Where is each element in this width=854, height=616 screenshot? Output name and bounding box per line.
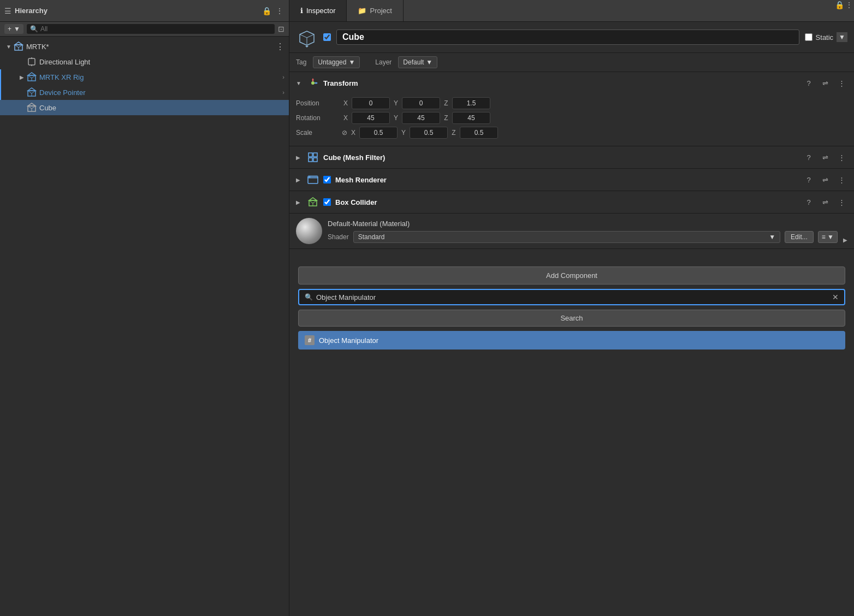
transform-expand-icon: ▼	[296, 80, 303, 86]
inspector-more-icon[interactable]: ⋮	[844, 0, 854, 10]
box-collider-more-btn[interactable]: ⋮	[835, 196, 847, 208]
scale-x-input[interactable]	[359, 127, 398, 139]
xr-rig-chevron-icon: ›	[282, 74, 284, 80]
hierarchy-add-button[interactable]: + ▼	[4, 24, 23, 34]
material-sphere-preview	[296, 218, 322, 244]
mesh-filter-icon	[307, 151, 319, 163]
tab-project[interactable]: 📁 Project	[347, 0, 403, 21]
add-component-button[interactable]: Add Component	[298, 266, 845, 285]
rotation-y-input[interactable]	[402, 112, 440, 124]
static-checkbox[interactable]	[805, 33, 813, 41]
component-search-button[interactable]: Search	[298, 310, 845, 327]
transform-body: Position X Y Z Rotation X	[289, 94, 854, 146]
position-z-input[interactable]	[452, 97, 490, 109]
box-collider-header[interactable]: ▶ Box Collider ? ⇌ ⋮	[289, 191, 854, 213]
inspector-lock-icon[interactable]: 🔒	[834, 0, 844, 10]
mesh-filter-settings-btn[interactable]: ⇌	[819, 151, 831, 163]
material-list-button[interactable]: ≡ ▼	[818, 231, 838, 243]
project-tab-icon: 📁	[358, 7, 366, 15]
component-search-input[interactable]	[316, 293, 829, 301]
scale-label: Scale	[296, 129, 340, 137]
scale-z-input[interactable]	[460, 127, 498, 139]
mrtk-icon	[13, 41, 24, 52]
box-collider-help-btn[interactable]: ?	[803, 196, 815, 208]
mesh-filter-header[interactable]: ▶ Cube (Mesh Filter) ? ⇌ ⋮	[289, 146, 854, 168]
shader-dropdown[interactable]: Standard ▼	[353, 231, 780, 243]
hierarchy-menu-icon[interactable]: ☰	[4, 7, 11, 15]
component-search-clear[interactable]: ✕	[832, 293, 839, 301]
svg-rect-33	[309, 153, 312, 157]
static-dropdown[interactable]: ▼	[837, 32, 847, 42]
rotation-z-input[interactable]	[452, 112, 490, 124]
scale-link-icon[interactable]: ⊘	[342, 129, 347, 137]
position-y-input[interactable]	[402, 97, 440, 109]
inspector-panel: ℹ Inspector 📁 Project 🔒 ⋮	[289, 0, 854, 616]
hierarchy-more-icon[interactable]: ⋮	[275, 6, 284, 16]
static-label: Static	[816, 33, 834, 42]
transform-more-btn[interactable]: ⋮	[835, 77, 847, 89]
svg-line-25	[307, 34, 314, 38]
tree-item-device-pointer[interactable]: ▶ Device Pointer ›	[0, 85, 289, 100]
xr-rig-arrow-icon[interactable]: ▶	[17, 73, 26, 81]
shader-row: Shader Standard ▼ Edit... ≡ ▼	[328, 231, 838, 243]
rotation-axis-group: X Y Z	[342, 112, 847, 124]
tag-dropdown-arrow: ▼	[348, 58, 355, 66]
transform-settings-btn[interactable]: ⇌	[819, 77, 831, 89]
tag-dropdown[interactable]: Untagged ▼	[313, 56, 360, 68]
list-icon: ≡	[822, 233, 826, 241]
transform-header[interactable]: ▼ Transform ? ⇌ ⋮	[289, 72, 854, 94]
tab-inspector[interactable]: ℹ Inspector	[289, 0, 347, 21]
mesh-renderer-checkbox[interactable]	[323, 176, 331, 183]
svg-marker-30	[312, 78, 314, 80]
svg-marker-19	[28, 103, 35, 106]
hierarchy-search-input[interactable]	[40, 25, 271, 33]
rotation-x-input[interactable]	[352, 112, 390, 124]
shader-label: Shader	[328, 233, 349, 241]
hierarchy-lock-icon[interactable]: 🔒	[262, 6, 271, 16]
material-edit-button[interactable]: Edit...	[785, 231, 814, 243]
object-enabled-checkbox[interactable]	[323, 33, 331, 41]
tree-item-mrtk[interactable]: ▼ MRTK* ⋮	[0, 39, 289, 54]
tree-item-cube[interactable]: ▶ Cube	[0, 100, 289, 115]
scale-y-label: Y	[400, 129, 407, 137]
list-dropdown-arrow: ▼	[827, 233, 834, 241]
mrtk-label: MRTK*	[26, 43, 49, 51]
hierarchy-header: ☰ Hierarchy 🔒 ⋮	[0, 0, 289, 22]
scale-axis-group: X Y Z	[349, 127, 847, 139]
inspector-divider	[289, 249, 854, 260]
box-collider-checkbox[interactable]	[323, 198, 331, 206]
device-pointer-cube-icon	[26, 87, 37, 98]
component-result-item[interactable]: # Object Manipulator	[298, 331, 845, 350]
mesh-filter-help-btn[interactable]: ?	[803, 151, 815, 163]
material-row: Default-Material (Material) Shader Stand…	[289, 214, 854, 249]
scale-y-input[interactable]	[410, 127, 448, 139]
mesh-filter-title: Cube (Mesh Filter)	[323, 153, 798, 162]
tree-item-mrtk-xr-rig[interactable]: ▶ MRTK XR Rig ›	[0, 69, 289, 85]
mesh-renderer-settings-btn[interactable]: ⇌	[819, 174, 831, 186]
mrtk-arrow-icon[interactable]: ▼	[4, 42, 13, 51]
mesh-renderer-help-btn[interactable]: ?	[803, 174, 815, 186]
box-collider-settings-btn[interactable]: ⇌	[819, 196, 831, 208]
inspector-tab-icon: ℹ	[300, 7, 303, 15]
scale-row: Scale ⊘ X Y Z	[296, 127, 847, 139]
material-expand-arrow[interactable]: ▶	[843, 237, 847, 243]
mesh-renderer-more-btn[interactable]: ⋮	[835, 174, 847, 186]
svg-marker-1	[15, 42, 22, 45]
mesh-filter-more-btn[interactable]: ⋮	[835, 151, 847, 163]
rotation-label: Rotation	[296, 114, 340, 122]
tree-item-directional-light[interactable]: ▶ Directional Light	[0, 54, 289, 69]
hierarchy-search-wrap: 🔍	[27, 24, 275, 34]
hierarchy-scene-icon[interactable]: ⊡	[278, 25, 284, 33]
position-x-input[interactable]	[352, 97, 390, 109]
position-row: Position X Y Z	[296, 97, 847, 109]
mesh-filter-section: ▶ Cube (Mesh Filter) ? ⇌ ⋮	[289, 146, 854, 169]
mesh-renderer-header[interactable]: ▶ Mesh Renderer ? ⇌ ⋮	[289, 169, 854, 191]
mrtk-more-btn[interactable]: ⋮	[276, 42, 284, 52]
hierarchy-title: Hierarchy	[15, 7, 258, 15]
object-name-input[interactable]	[336, 29, 799, 45]
tag-label: Tag	[296, 58, 306, 66]
inspector-tab-bar: ℹ Inspector 📁 Project 🔒 ⋮	[289, 0, 854, 22]
transform-help-btn[interactable]: ?	[803, 77, 815, 89]
device-pointer-label: Device Pointer	[39, 88, 86, 97]
layer-dropdown[interactable]: Default ▼	[398, 56, 437, 68]
